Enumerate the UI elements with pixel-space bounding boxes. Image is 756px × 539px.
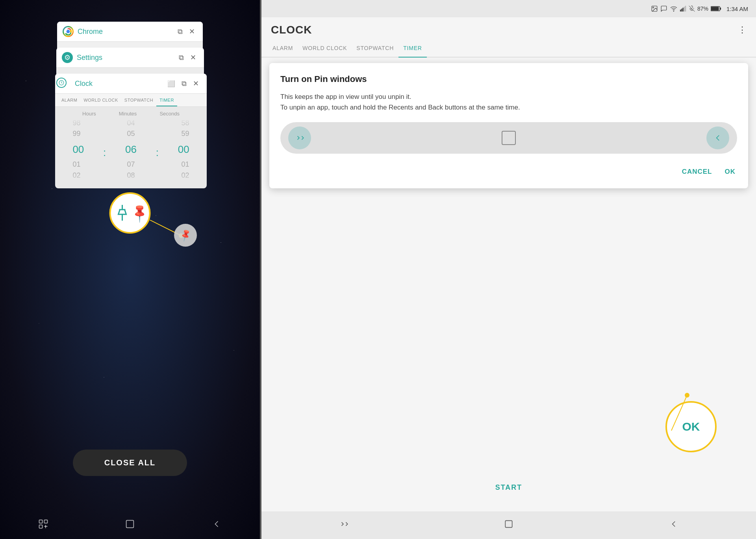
nav-diagram xyxy=(280,122,737,154)
svg-point-25 xyxy=(685,393,689,398)
svg-point-14 xyxy=(673,11,674,11)
right-bottom-nav xyxy=(261,511,756,539)
settings-close-btn[interactable]: ✕ xyxy=(188,52,198,63)
clock-split-btn[interactable]: ⧉ xyxy=(179,78,189,89)
svg-rect-18 xyxy=(684,7,685,11)
timer-m-active: 06 xyxy=(125,142,137,156)
dialog-ok-btn[interactable]: OK xyxy=(723,165,737,179)
main-tabs: ALARM WORLD CLOCK STOPWATCH TIMER xyxy=(261,39,756,58)
more-options-btn[interactable]: ⋮ xyxy=(738,25,747,35)
chrome-title: Chrome xyxy=(78,28,174,36)
recent-apps-panel: Chrome ⧉ ✕ ⚙ Settings ⧉ ✕ xyxy=(0,0,260,539)
chrome-split-btn[interactable]: ⧉ xyxy=(175,26,185,37)
timer-row-active: 00 : 06 : 00 xyxy=(63,139,199,159)
clock-pin-window-btn[interactable] xyxy=(55,76,68,89)
main-tab-timer[interactable]: TIMER xyxy=(398,39,427,57)
svg-rect-17 xyxy=(682,8,683,12)
svg-line-24 xyxy=(671,395,687,431)
chrome-icon xyxy=(63,26,74,37)
time-display: 1:34 AM xyxy=(726,6,748,12)
mute-status-icon xyxy=(689,6,695,12)
signal-status-icon xyxy=(680,5,686,12)
recents-diagram-btn xyxy=(288,126,311,149)
minutes-label: Minutes xyxy=(119,111,137,117)
battery-text: 87% xyxy=(697,6,708,12)
svg-rect-8 xyxy=(39,525,43,528)
tab-stopwatch[interactable]: STOPWATCH xyxy=(121,94,156,106)
timer-row-4: 02 08 02 xyxy=(63,171,199,180)
back-btn-right[interactable] xyxy=(665,516,682,535)
seconds-label: Seconds xyxy=(159,111,180,117)
start-timer-btn[interactable]: START xyxy=(261,483,756,492)
app-header: CLOCK ⋮ xyxy=(261,17,756,36)
svg-rect-26 xyxy=(505,520,512,527)
dialog-body: This keeps the app in view until you unp… xyxy=(280,91,737,113)
back-btn-left[interactable] xyxy=(208,515,225,535)
close-all-button[interactable]: CLOSE ALL xyxy=(73,450,187,476)
settings-card-header: ⚙ Settings ⧉ ✕ xyxy=(56,48,204,68)
timer-row-2: 99 05 59 xyxy=(63,129,199,139)
pin-annotation-area: 📌 📌 xyxy=(55,188,205,247)
chrome-card-header: Chrome ⧉ ✕ xyxy=(57,22,203,42)
clock-icon xyxy=(56,78,67,88)
svg-rect-22 xyxy=(720,7,721,10)
dialog-actions: CANCEL OK xyxy=(280,165,737,179)
timer-sep-1: : xyxy=(103,147,106,159)
chrome-app-card[interactable]: Chrome ⧉ ✕ xyxy=(57,22,203,49)
wifi-status-icon xyxy=(670,5,678,12)
settings-app-card[interactable]: ⚙ Settings ⧉ ✕ xyxy=(56,48,204,75)
small-pin-icon: 📌 xyxy=(174,224,197,247)
timer-scroll-area[interactable]: Hours Minutes Seconds 98 04 xyxy=(55,107,207,184)
svg-rect-19 xyxy=(685,6,686,11)
pin-windows-dialog: Turn on Pin windows This keeps the app i… xyxy=(269,63,748,188)
main-tab-world-clock[interactable]: WORLD CLOCK xyxy=(298,39,352,57)
timer-s-59: 59 xyxy=(181,129,189,139)
home-btn-right[interactable] xyxy=(500,516,517,535)
image-status-icon xyxy=(651,5,658,12)
timer-col-m1: 04 xyxy=(127,118,135,128)
message-status-icon xyxy=(660,5,667,12)
timer-row-3: 01 07 01 xyxy=(63,160,199,169)
recents-btn-left[interactable] xyxy=(35,515,52,535)
home-diagram-btn xyxy=(502,131,516,145)
clock-app-card[interactable]: Clock ⬜ ⧉ ✕ ALARM WORLD CLOCK STOPWATCH … xyxy=(55,74,207,188)
timer-h-02: 02 xyxy=(72,171,80,180)
home-btn-left[interactable] xyxy=(121,515,139,535)
app-title: CLOCK xyxy=(271,24,312,36)
timer-h-active: 00 xyxy=(72,142,84,156)
dialog-cancel-btn[interactable]: CANCEL xyxy=(680,165,714,179)
timer-h-98: 98 xyxy=(72,118,80,128)
recent-apps-stack: Chrome ⧉ ✕ ⚙ Settings ⧉ ✕ xyxy=(55,22,205,247)
svg-rect-6 xyxy=(39,520,43,523)
main-tab-alarm[interactable]: ALARM xyxy=(268,39,298,57)
timer-sep-2: : xyxy=(156,147,159,159)
settings-split-btn[interactable]: ⧉ xyxy=(176,52,186,63)
svg-rect-15 xyxy=(680,9,681,11)
timer-m-07: 07 xyxy=(127,160,135,169)
svg-rect-7 xyxy=(44,520,47,523)
tab-world-clock[interactable]: WORLD CLOCK xyxy=(80,94,121,106)
timer-col-h1: 98 xyxy=(72,118,80,128)
timer-m-05: 05 xyxy=(127,129,135,139)
ok-connector-svg xyxy=(648,391,695,431)
svg-rect-11 xyxy=(126,520,134,528)
chrome-close-btn[interactable]: ✕ xyxy=(187,26,197,37)
timer-col-s1: 58 xyxy=(181,118,189,128)
settings-title: Settings xyxy=(77,54,175,62)
clock-close-btn[interactable]: ✕ xyxy=(191,78,201,89)
clock-card-tabs: ALARM WORLD CLOCK STOPWATCH TIMER xyxy=(55,94,207,107)
clock-card-header: Clock ⬜ ⧉ ✕ xyxy=(55,74,207,94)
timer-s-58: 58 xyxy=(181,118,189,128)
svg-point-13 xyxy=(652,7,654,8)
timer-s-02: 02 xyxy=(181,171,189,180)
clock-app-panel: 87% 1:34 AM CLOCK ⋮ ALARM WORLD CLOCK ST… xyxy=(261,0,756,539)
main-tab-stopwatch[interactable]: STOPWATCH xyxy=(352,39,398,57)
timer-m-08: 08 xyxy=(127,171,135,180)
clock-window-btn[interactable]: ⬜ xyxy=(165,78,178,89)
tab-alarm[interactable]: ALARM xyxy=(58,94,80,106)
recents-btn-right[interactable] xyxy=(335,516,352,535)
hours-label: Hours xyxy=(82,111,96,117)
pin-button-circle[interactable]: 📌 xyxy=(109,192,151,234)
timer-row-1: 98 04 58 xyxy=(63,118,199,128)
tab-timer[interactable]: TIMER xyxy=(156,94,177,106)
